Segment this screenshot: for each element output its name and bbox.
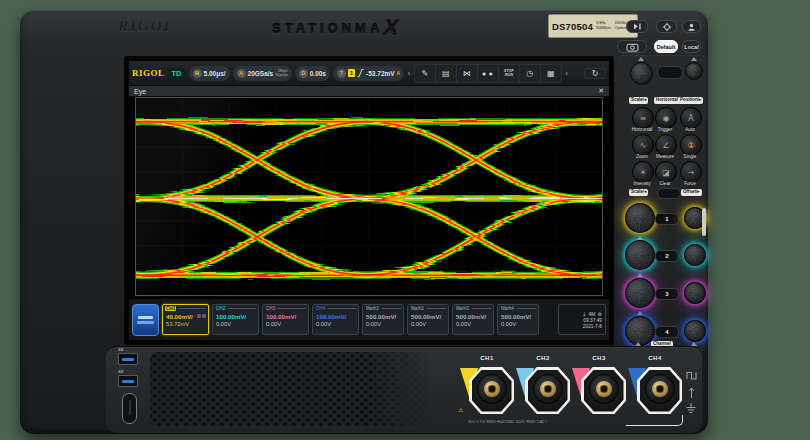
bnc-ch3[interactable]: CH3: [569, 355, 629, 419]
horizontal-scale-pill[interactable]: H 5.00μs/: [189, 66, 230, 81]
ch3-offset-knob[interactable]: [684, 282, 706, 304]
toolbar-icon-strip: ✎ ▤ ⋈ ● ● STOP RUN ◷ ▦: [414, 64, 562, 83]
user-button[interactable]: [682, 20, 701, 33]
bnc-connector[interactable]: [533, 374, 563, 404]
memory-depth-indicator: 4M: [589, 311, 596, 317]
math-box-2[interactable]: Math2 500.00mV/ 0.00V: [407, 304, 449, 335]
channel-box-ch3[interactable]: CH3 100.00mV/ 0.00V: [262, 304, 309, 335]
horizontal-scale-knob[interactable]: [630, 62, 653, 85]
bnc-ch2[interactable]: CH2: [513, 355, 573, 419]
ch4-highlight-bracket: [626, 415, 683, 426]
channel-box-ch1[interactable]: CH1 40.00mV/ 53.72mV: [162, 304, 209, 335]
ch1-tab: CH1: [165, 306, 176, 311]
horizontal-button[interactable]: ≡: [632, 107, 654, 129]
delay-pill[interactable]: D 0.00s: [295, 66, 330, 81]
clock-time: 09:37:49: [583, 318, 602, 323]
stationmax-logo: STATIONMA X: [272, 16, 398, 40]
math-box-4[interactable]: Math4 500.00mV/ 0.00V: [497, 304, 539, 335]
measure-button[interactable]: ∠: [655, 134, 677, 156]
front-control-panel: Scale/◂ Horizontal Position/▸ ≡ ◉ A Hori…: [617, 55, 706, 351]
screen: RIGOL TD H 5.00μs/ A 20GSa/s 1Mpts 50ps/…: [124, 56, 614, 345]
results-list-icon[interactable]: ▤: [435, 65, 456, 82]
bnc-ch1-label: CH1: [457, 355, 517, 361]
local-button[interactable]: Local: [682, 40, 701, 53]
nav-display[interactable]: [657, 188, 681, 199]
power-button[interactable]: [122, 393, 137, 424]
screenshot-button[interactable]: [617, 40, 647, 53]
rigol-bezel-logo: RIGOL: [118, 18, 175, 35]
search-eyes-icon[interactable]: ● ●: [477, 65, 498, 82]
history-clock-icon[interactable]: ◷: [519, 65, 540, 82]
usb-port-1[interactable]: [118, 353, 138, 365]
knob-marker: [637, 311, 643, 315]
play-pause-icon: [632, 22, 642, 31]
touch-settings-button[interactable]: [656, 20, 677, 33]
grid-layout-icon[interactable]: ▦: [540, 65, 561, 82]
close-icon[interactable]: ✕: [598, 87, 604, 95]
stop-run-button[interactable]: STOP RUN: [498, 65, 519, 82]
expand-chevron-icon[interactable]: ›: [565, 69, 569, 78]
annotate-icon[interactable]: ✎: [415, 65, 435, 82]
horizontal-position-knob[interactable]: [685, 62, 703, 80]
model-plate: DS70504 5GHz 20GSa/s 500Mpts Options: [548, 14, 638, 38]
trigger-button[interactable]: ◉: [655, 107, 677, 129]
ch3-tab: CH3: [265, 306, 276, 311]
sample-rate-value: 20GSa/s: [248, 70, 274, 77]
usb-ss-label: SS: [118, 347, 123, 352]
ch4-enable-button[interactable]: 4: [655, 326, 679, 338]
system-info-box[interactable]: ↓ 4M ⚙ 09:37:49 2021-7-8: [558, 304, 606, 335]
ch2-offset-knob[interactable]: [684, 244, 706, 266]
ch2-scale-knob[interactable]: [625, 240, 655, 270]
bnc-connector[interactable]: [589, 374, 619, 404]
clear-button[interactable]: ◪: [655, 161, 677, 183]
acquire-pill[interactable]: A 20GSa/s 1Mpts 50ps/pt: [233, 66, 292, 81]
ch2-enable-button[interactable]: 2: [655, 250, 679, 262]
ch3-scale-knob[interactable]: [625, 278, 655, 308]
collapse-chevron-icon[interactable]: ‹: [407, 69, 411, 78]
trigger-level-value: -53.72mV: [366, 70, 395, 77]
trigger-source-badge: 1: [348, 69, 355, 77]
usb-port-2[interactable]: [118, 375, 138, 387]
stationmax-x: X: [381, 16, 401, 40]
ch1-scale-knob[interactable]: [625, 203, 655, 233]
stationmax-text: STATIONMA: [272, 21, 383, 36]
intensity-button[interactable]: ☀: [632, 161, 654, 183]
ch2-tab: CH2: [215, 306, 226, 311]
channel-box-ch4[interactable]: CH4 100.00mV/ 0.00V: [312, 304, 359, 335]
bnc-ch4[interactable]: CH4: [625, 355, 685, 419]
strip-h-position: Position/▸: [678, 97, 703, 104]
h-scale-value: 5.00μs/: [204, 70, 226, 77]
acquisition-mode-badge[interactable]: TD: [168, 68, 186, 79]
input-rating-text: 300 V 5V RMS HiΩ/1MΩ 300V RMS CAT I: [468, 419, 547, 424]
math-box-1[interactable]: Math1 500.00mV/ 0.00V: [362, 304, 404, 335]
default-button[interactable]: Default: [654, 40, 678, 53]
ch3-enable-button[interactable]: 3: [655, 288, 679, 300]
channel-box-ch2[interactable]: CH2 100.00mV/ 0.00V: [212, 304, 259, 335]
force-button[interactable]: →: [680, 161, 702, 183]
play-pause-button[interactable]: [626, 20, 648, 33]
trigger-mode: A: [397, 70, 401, 76]
bnc-bezel: [469, 367, 514, 414]
ch1-enable-button[interactable]: 1: [655, 213, 679, 225]
bnc-bezel: [581, 367, 626, 414]
math-box-3[interactable]: Math3 500.00mV/ 0.00V: [452, 304, 494, 335]
eye-window-titlebar: Eye ✕: [129, 86, 609, 97]
horizontal-menu-button[interactable]: [657, 66, 683, 79]
h-badge-icon: H: [193, 69, 202, 78]
bnc-connector[interactable]: [477, 374, 507, 404]
zoom-button[interactable]: ∿: [632, 134, 654, 156]
ground-icon: [685, 403, 697, 414]
bnc-bezel: [637, 367, 682, 414]
mask-test-icon[interactable]: ⋈: [456, 65, 477, 82]
ch4-tab: CH4: [315, 306, 326, 311]
trigger-pill[interactable]: T 1 -53.72mV A: [333, 66, 404, 81]
ch4-offset-knob[interactable]: [684, 320, 706, 342]
single-button[interactable]: ①: [680, 134, 702, 156]
usb-ss-label: SS: [118, 369, 123, 374]
eye-diagram-plot[interactable]: [135, 97, 603, 296]
refresh-icon[interactable]: ↻: [584, 68, 606, 79]
clock-date: 2021-7-8: [583, 324, 602, 329]
bnc-connector[interactable]: [645, 374, 675, 404]
bnc-ch1[interactable]: CH1: [457, 355, 517, 419]
auto-button[interactable]: A: [680, 107, 702, 129]
